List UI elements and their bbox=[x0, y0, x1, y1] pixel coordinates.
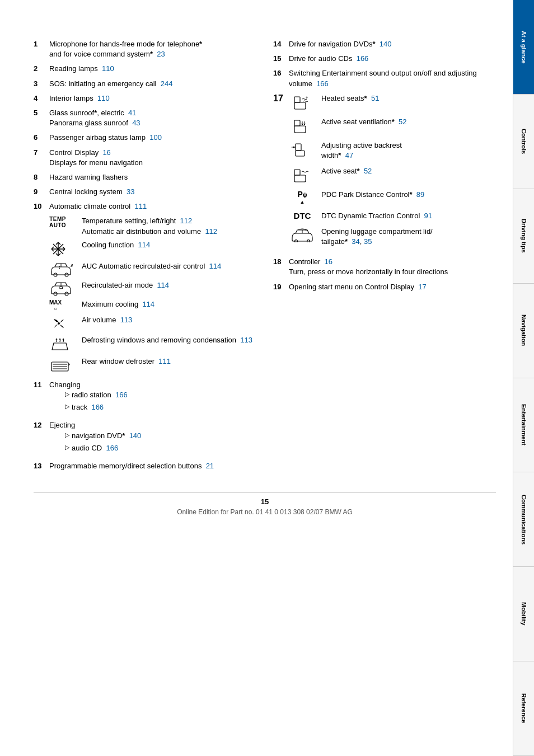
item-number: 13 bbox=[34, 461, 49, 471]
snowflake-icon bbox=[49, 240, 77, 258]
sidebar-tab-navigation[interactable]: Navigation bbox=[513, 284, 534, 378]
triangle-icon: ▷ bbox=[65, 431, 69, 439]
active-seat-text: Active seat* 52 bbox=[321, 166, 496, 176]
item-number: 8 bbox=[34, 172, 49, 182]
item-number: 15 bbox=[273, 54, 289, 64]
sidebar-tab-at-a-glance[interactable]: At a glance bbox=[513, 0, 534, 95]
defrost-front-text: Defrosting windows and removing condensa… bbox=[82, 335, 256, 345]
max-cooling-icon: MAX ○ bbox=[49, 299, 77, 312]
item-number: 14 bbox=[273, 39, 289, 49]
item-number: 1 bbox=[34, 39, 49, 59]
list-item: 8 Hazard warning flashers bbox=[34, 172, 256, 182]
sub-item: ▷ radio station 166 bbox=[65, 390, 256, 400]
sidebar-tab-communications[interactable]: Communications bbox=[513, 472, 534, 567]
item-number: 12 bbox=[34, 420, 49, 457]
list-item-16: 16 Switching Entertainment sound output … bbox=[273, 68, 496, 88]
auc-icon: A bbox=[49, 261, 77, 277]
dtc-icon: DTC bbox=[289, 211, 316, 220]
list-item: 5 Glass sunroof*, electric 41 Panorama g… bbox=[34, 108, 256, 128]
sidebar-tab-reference[interactable]: Reference bbox=[513, 661, 534, 756]
list-item: 10 Automatic climate control 111 bbox=[34, 201, 256, 212]
item-number: 18 bbox=[273, 257, 289, 277]
list-item-14: 14 Drive for navigation DVDs* 140 bbox=[273, 39, 496, 49]
sidebar-tab-mobility[interactable]: Mobility bbox=[513, 567, 534, 661]
auc-text: AUC Automatic recirculated-air control 1… bbox=[82, 261, 256, 271]
climate-auc: A AUC Automatic recirculated-air control… bbox=[49, 261, 256, 277]
sidebar-tab-driving-tips[interactable]: Driving tips bbox=[513, 189, 534, 284]
recirculate-text: Recirculated-air mode 114 bbox=[82, 280, 256, 290]
climate-defrost-rear: Rear window defroster 111 bbox=[49, 356, 256, 374]
sub-item: ▷ track 166 bbox=[65, 402, 256, 412]
footer: 15 Online Edition for Part no. 01 41 0 0… bbox=[34, 492, 496, 516]
triangle-icon: ▷ bbox=[65, 443, 69, 452]
svg-point-19 bbox=[58, 322, 60, 325]
item-number: 5 bbox=[34, 108, 49, 128]
max-text: Maximum cooling 114 bbox=[82, 299, 256, 309]
list-item: 4 Interior lamps 110 bbox=[34, 93, 256, 104]
item-number: 6 bbox=[34, 133, 49, 143]
dtc-item: DTC DTC Dynamic Traction Control 91 bbox=[289, 211, 496, 221]
item-number: 9 bbox=[34, 187, 49, 197]
svg-rect-28 bbox=[296, 151, 305, 156]
list-item: 2 Reading lamps 110 bbox=[34, 64, 256, 74]
temp-label: TEMP bbox=[49, 216, 66, 222]
svg-rect-31 bbox=[294, 175, 306, 182]
sub-item: ▷ navigation DVD* 140 bbox=[65, 431, 256, 441]
list-item-17: 17 bbox=[273, 93, 496, 253]
recirculate-icon bbox=[49, 280, 77, 296]
dtc-symbol: DTC bbox=[294, 211, 311, 220]
active-seat-item: Active seat* 52 bbox=[289, 166, 496, 184]
main-content: 1 Microphone for hands-free mode for tel… bbox=[0, 0, 513, 756]
backrest-text: Adjusting active backrestwidth* 47 bbox=[321, 140, 496, 161]
item-number: 19 bbox=[273, 282, 289, 292]
climate-temp-auto: TEMP AUTO Temperature setting, left/righ… bbox=[49, 216, 256, 236]
temp-auto-text: Temperature setting, left/right 112 Auto… bbox=[82, 216, 256, 236]
sidebar-tab-controls[interactable]: Controls bbox=[513, 95, 534, 189]
seat-ventilation-item: Active seat ventilation* 52 bbox=[289, 117, 496, 135]
sidebar: At a glance Controls Driving tips Naviga… bbox=[513, 0, 534, 756]
cooling-text: Cooling function 114 bbox=[82, 240, 256, 250]
climate-fan: Air volume 113 bbox=[49, 315, 256, 332]
climate-max: MAX ○ Maximum cooling 114 bbox=[49, 299, 256, 312]
svg-rect-24 bbox=[294, 102, 306, 109]
list-item: 7 Control Display 16 Displays for menu n… bbox=[34, 148, 256, 168]
list-item-12: 12 Ejecting ▷ navigation DVD* 140 ▷ audi… bbox=[34, 420, 256, 457]
svg-rect-26 bbox=[294, 126, 306, 133]
list-item: 3 SOS: initiating an emergency call 244 bbox=[34, 79, 256, 89]
heated-seats-icon bbox=[289, 93, 316, 111]
list-item: 6 Passenger airbag status lamp 100 bbox=[34, 133, 256, 143]
left-column: 1 Microphone for hands-free mode for tel… bbox=[34, 34, 256, 476]
climate-cooling: Cooling function 114 bbox=[49, 240, 256, 258]
heated-seats-item: Heated seats* 51 bbox=[289, 93, 496, 111]
svg-rect-29 bbox=[296, 144, 301, 151]
item-number: 3 bbox=[34, 79, 49, 89]
active-seat-icon bbox=[289, 166, 316, 184]
right-column: 14 Drive for navigation DVDs* 140 15 Dri… bbox=[273, 34, 496, 476]
item-number: 7 bbox=[34, 148, 49, 168]
luggage-item: Opening luggage compartment lid/tailgate… bbox=[289, 227, 496, 247]
seat-ventilation-text: Active seat ventilation* 52 bbox=[321, 117, 496, 127]
climate-defrost-front: Defrosting windows and removing condensa… bbox=[49, 335, 256, 353]
defrost-rear-icon bbox=[49, 356, 77, 374]
seat-ventilation-icon bbox=[289, 117, 316, 135]
luggage-icon bbox=[289, 227, 316, 242]
pdc-item: Pψ ▲ PDC Park Distance Control* 89 bbox=[289, 190, 496, 205]
max-o-symbol: ○ bbox=[54, 306, 57, 312]
max-label: MAX bbox=[49, 299, 62, 306]
luggage-text: Opening luggage compartment lid/tailgate… bbox=[321, 227, 496, 247]
sub-item: ▷ audio CD 166 bbox=[65, 443, 256, 453]
air-volume-text: Air volume 113 bbox=[82, 315, 256, 325]
triangle-icon: ▷ bbox=[65, 402, 69, 411]
svg-rect-32 bbox=[294, 170, 300, 175]
list-item: 9 Central locking system 33 bbox=[34, 187, 256, 197]
pdc-text: PDC Park Distance Control* 89 bbox=[321, 190, 496, 200]
climate-recirculate: Recirculated-air mode 114 bbox=[49, 280, 256, 296]
item-number: 2 bbox=[34, 64, 49, 74]
backrest-icon bbox=[289, 140, 316, 158]
temp-auto-icon: TEMP AUTO bbox=[49, 216, 77, 228]
backrest-item: Adjusting active backrestwidth* 47 bbox=[289, 140, 496, 161]
item-number: 4 bbox=[34, 93, 49, 104]
sidebar-tab-entertainment[interactable]: Entertainment bbox=[513, 378, 534, 473]
list-item-19: 19 Opening start menu on Control Display… bbox=[273, 282, 496, 292]
dtc-text: DTC Dynamic Traction Control 91 bbox=[321, 211, 496, 221]
